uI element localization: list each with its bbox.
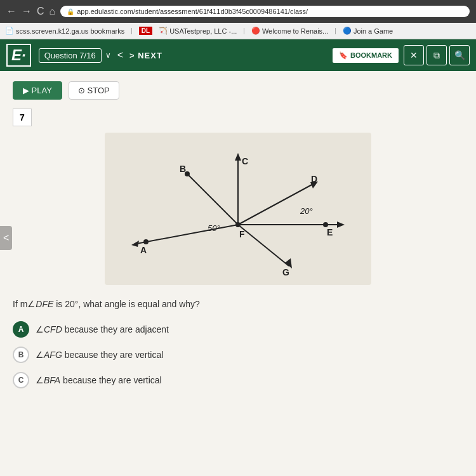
geometry-diagram: B C D E F G A 50° 20° (105, 133, 371, 285)
back-button[interactable]: ← (6, 6, 17, 17)
search-button[interactable]: 🔍 (449, 45, 470, 65)
close-button[interactable]: ✕ (404, 45, 424, 65)
svg-point-14 (143, 239, 149, 244)
address-text: app.edulastic.com/student/assessment/61f… (77, 8, 308, 15)
renais-label: Welcome to Renais... (262, 27, 328, 35)
label-E: E (327, 227, 333, 237)
usatestprep-icon: 🏹 (159, 27, 168, 35)
joingame-label: Join a Game (354, 27, 393, 35)
renais-icon: 🔴 (251, 27, 260, 35)
app-logo: E· (6, 44, 31, 67)
angle-50-label: 50° (208, 223, 220, 233)
choice-a-circle[interactable]: A (13, 321, 29, 338)
diagram-container: B C D E F G A 50° 20° (13, 133, 463, 285)
choice-b[interactable]: B ∠AFG because they are vertical (13, 347, 463, 363)
bookmark-icon: 📄 (5, 27, 14, 35)
question-number: 7 (13, 109, 32, 126)
bookmark-scss[interactable]: 📄 scss.screven.k12.ga.us bookmarks (5, 27, 124, 35)
usatestprep-label: USATestprep, LLC -... (169, 27, 237, 35)
bookmark-dl-label: DL (139, 27, 152, 35)
bookmark-divider-3: | (334, 27, 336, 34)
screen-button[interactable]: ⧉ (426, 45, 447, 65)
bookmark-icon: 🔖 (339, 51, 348, 60)
bookmark-divider-1: | (131, 27, 133, 34)
bookmark-renais[interactable]: 🔴 Welcome to Renais... (251, 27, 328, 35)
svg-point-15 (235, 222, 241, 227)
bookmark-joingame[interactable]: 🔵 Join a Game (343, 27, 393, 35)
label-C: C (242, 156, 248, 166)
stop-button[interactable]: ⊙ STOP (69, 81, 119, 100)
play-button[interactable]: ▶ PLAY (13, 81, 62, 100)
bookmark-divider-2: | (243, 27, 245, 34)
question-label[interactable]: Question 7/16 (39, 48, 102, 63)
choice-b-text: ∠AFG because they are vertical (36, 350, 163, 360)
content-area: ▶ PLAY ⊙ STOP 7 (0, 71, 476, 476)
label-D: D (311, 174, 317, 184)
choice-a-text: ∠CFD because they are adjacent (36, 324, 169, 334)
choice-a[interactable]: A ∠CFD because they are adjacent (13, 321, 463, 338)
bookmark-label: BOOKMARK (350, 51, 392, 59)
bookmark-label: scss.screven.k12.ga.us bookmarks (16, 27, 124, 35)
left-nav-arrow[interactable]: < (0, 226, 12, 250)
label-B: B (180, 164, 186, 174)
svg-point-9 (323, 222, 328, 227)
bookmark-usatestprep[interactable]: 🏹 USATestprep, LLC -... (159, 27, 237, 35)
bookmark-dl[interactable]: DL (139, 27, 152, 35)
forward-button[interactable]: → (22, 6, 32, 17)
media-controls: ▶ PLAY ⊙ STOP (13, 81, 463, 100)
choice-c-circle[interactable]: C (13, 372, 29, 388)
bookmark-button[interactable]: 🔖 BOOKMARK (333, 48, 399, 63)
choice-c[interactable]: C ∠BFA because they are vertical (13, 372, 463, 388)
lock-icon: 🔒 (67, 8, 74, 15)
prev-question-button[interactable]: < (115, 47, 126, 63)
label-G: G (282, 267, 289, 277)
app-bar: E· Question 7/16 ∨ < > NEXT 🔖 BOOKMARK ✕… (0, 39, 476, 71)
nav-bar: ← → C ⌂ 🔒 app.edulastic.com/student/asse… (0, 0, 476, 23)
label-F: F (239, 229, 245, 239)
question-nav: Question 7/16 ∨ < > NEXT (39, 47, 333, 63)
choice-b-circle[interactable]: B (13, 347, 29, 363)
label-A: A (140, 245, 147, 255)
question-text: If m∠DFE is 20°, what angle is equal and… (13, 298, 463, 311)
reload-button[interactable]: C (37, 6, 44, 17)
bookmarks-bar: 📄 scss.screven.k12.ga.us bookmarks | DL … (0, 23, 476, 39)
angle-20-label: 20° (300, 206, 313, 216)
home-button[interactable]: ⌂ (50, 6, 56, 17)
chevron-down-icon[interactable]: ∨ (105, 51, 111, 60)
choice-c-text: ∠BFA because they are vertical (36, 375, 162, 385)
next-question-button[interactable]: > NEXT (129, 51, 162, 60)
address-bar[interactable]: 🔒 app.edulastic.com/student/assessment/6… (60, 6, 470, 17)
joingame-icon: 🔵 (343, 27, 352, 35)
